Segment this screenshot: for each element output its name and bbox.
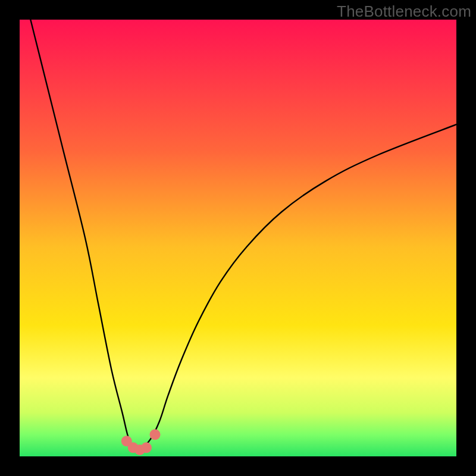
bottleneck-curve bbox=[20, 0, 456, 449]
plot-area bbox=[20, 20, 456, 456]
chart-frame: TheBottleneck.com bbox=[0, 0, 476, 476]
basin-marker bbox=[141, 442, 152, 453]
curve-layer bbox=[20, 20, 456, 456]
attribution-label: TheBottleneck.com bbox=[337, 2, 471, 21]
basin-marker bbox=[150, 429, 161, 440]
